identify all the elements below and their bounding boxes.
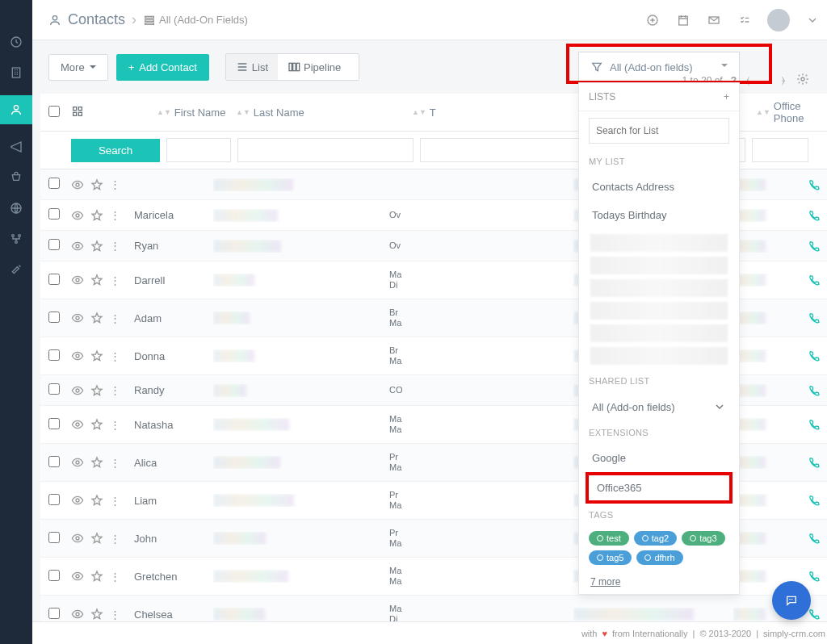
row-menu-icon[interactable]: ⋮ (110, 240, 120, 252)
row-menu-icon[interactable]: ⋮ (110, 457, 120, 469)
phone-icon[interactable] (808, 570, 821, 583)
row-checkbox[interactable] (48, 456, 60, 467)
row-checkbox[interactable] (48, 570, 60, 581)
star-icon[interactable] (90, 384, 103, 397)
select-all-checkbox[interactable] (48, 106, 60, 117)
eye-icon[interactable] (71, 349, 84, 362)
dashboard-icon[interactable] (8, 34, 24, 50)
tag-tag3[interactable]: tag3 (682, 531, 724, 546)
page-first[interactable]: ⦑ (745, 73, 751, 88)
menu-icon[interactable] (8, 8, 24, 19)
star-icon[interactable] (90, 456, 103, 469)
pipeline-view-button[interactable]: Pipeline (278, 54, 359, 80)
phone-icon[interactable] (808, 494, 821, 507)
star-icon[interactable] (90, 178, 103, 191)
tasks-icon[interactable] (737, 12, 753, 28)
row-menu-icon[interactable]: ⋮ (110, 533, 120, 545)
list-contacts-address[interactable]: Contacts Address (579, 173, 739, 201)
phone-icon[interactable] (808, 384, 821, 397)
row-checkbox[interactable] (48, 312, 60, 323)
eye-icon[interactable] (71, 274, 84, 286)
row-checkbox[interactable] (48, 239, 60, 250)
row-checkbox[interactable] (48, 608, 60, 619)
user-avatar[interactable] (767, 9, 790, 31)
tag-tag2[interactable]: tag2 (634, 531, 677, 546)
row-menu-icon[interactable]: ⋮ (110, 350, 120, 362)
row-menu-icon[interactable]: ⋮ (110, 209, 120, 221)
shared-all-addon[interactable]: All (Add-on fields) (579, 392, 739, 421)
row-checkbox[interactable] (48, 494, 60, 505)
search-last[interactable] (237, 138, 414, 162)
footer-link[interactable]: simply-crm.com (763, 629, 825, 638)
star-icon[interactable] (90, 209, 103, 222)
page-next[interactable]: ⦒ (780, 73, 787, 88)
phone-icon[interactable] (808, 274, 821, 286)
star-icon[interactable] (90, 418, 103, 431)
row-checkbox[interactable] (48, 418, 60, 429)
search-button[interactable]: Search (71, 139, 160, 162)
list-view-button[interactable]: List (226, 54, 278, 80)
tools-icon[interactable] (8, 261, 24, 278)
page-dots[interactable]: … (759, 73, 772, 88)
phone-icon[interactable] (808, 312, 821, 324)
search-first[interactable] (166, 138, 231, 162)
eye-icon[interactable] (71, 240, 84, 253)
eye-icon[interactable] (71, 178, 84, 191)
star-icon[interactable] (90, 532, 103, 545)
chat-fab[interactable] (772, 581, 811, 620)
contacts-icon[interactable] (0, 95, 32, 124)
mail-icon[interactable] (706, 12, 722, 28)
eye-icon[interactable] (71, 418, 84, 431)
phone-icon[interactable] (808, 608, 821, 621)
phone-icon[interactable] (808, 418, 821, 431)
eye-icon[interactable] (71, 456, 84, 469)
search-title[interactable] (420, 138, 590, 162)
star-icon[interactable] (90, 349, 103, 362)
page-settings[interactable] (795, 71, 811, 90)
row-menu-icon[interactable]: ⋮ (110, 312, 120, 324)
add-list-icon[interactable]: + (724, 91, 729, 102)
row-menu-icon[interactable]: ⋮ (110, 419, 120, 431)
col-last-name[interactable]: ▲▼Last Name (236, 107, 405, 119)
star-icon[interactable] (90, 240, 103, 253)
ext-office365[interactable]: Office365 (592, 479, 726, 497)
eye-icon[interactable] (71, 608, 84, 621)
search-phone[interactable] (752, 138, 808, 162)
globe-icon[interactable] (8, 200, 24, 216)
list-search-input[interactable] (589, 118, 729, 144)
building-icon[interactable] (8, 65, 24, 81)
col-first-name[interactable]: ▲▼First Name (157, 107, 229, 119)
tag-test[interactable]: test (589, 531, 629, 546)
phone-icon[interactable] (808, 240, 821, 253)
module-title[interactable]: Contacts (68, 11, 125, 28)
list-todays-birthday[interactable]: Todays Birthday (579, 201, 739, 229)
row-checkbox[interactable] (48, 178, 60, 189)
row-menu-icon[interactable]: ⋮ (110, 495, 120, 507)
col-title[interactable]: ▲▼T (412, 107, 590, 119)
phone-icon[interactable] (808, 456, 821, 469)
star-icon[interactable] (90, 608, 103, 621)
row-checkbox[interactable] (48, 349, 60, 361)
row-menu-icon[interactable]: ⋮ (110, 384, 120, 396)
tags-more[interactable]: 7 more (579, 570, 739, 594)
table-row[interactable]: ⋮ Chelsea Ma Di (40, 596, 827, 621)
cart-icon[interactable] (8, 169, 24, 186)
row-menu-icon[interactable]: ⋮ (110, 274, 120, 286)
row-checkbox[interactable] (48, 274, 60, 285)
star-icon[interactable] (90, 570, 103, 583)
workflow-icon[interactable] (8, 231, 24, 247)
eye-icon[interactable] (71, 532, 84, 545)
phone-icon[interactable] (808, 349, 821, 362)
row-checkbox[interactable] (48, 532, 60, 543)
phone-icon[interactable] (808, 178, 821, 191)
add-icon[interactable] (644, 12, 661, 28)
eye-icon[interactable] (71, 570, 84, 583)
add-contact-button[interactable]: +Add Contact (116, 54, 209, 81)
star-icon[interactable] (90, 274, 103, 286)
eye-icon[interactable] (71, 494, 84, 507)
eye-icon[interactable] (71, 209, 84, 222)
grid-icon[interactable] (71, 105, 87, 120)
row-checkbox[interactable] (48, 383, 60, 395)
star-icon[interactable] (90, 312, 103, 324)
phone-icon[interactable] (808, 209, 821, 222)
